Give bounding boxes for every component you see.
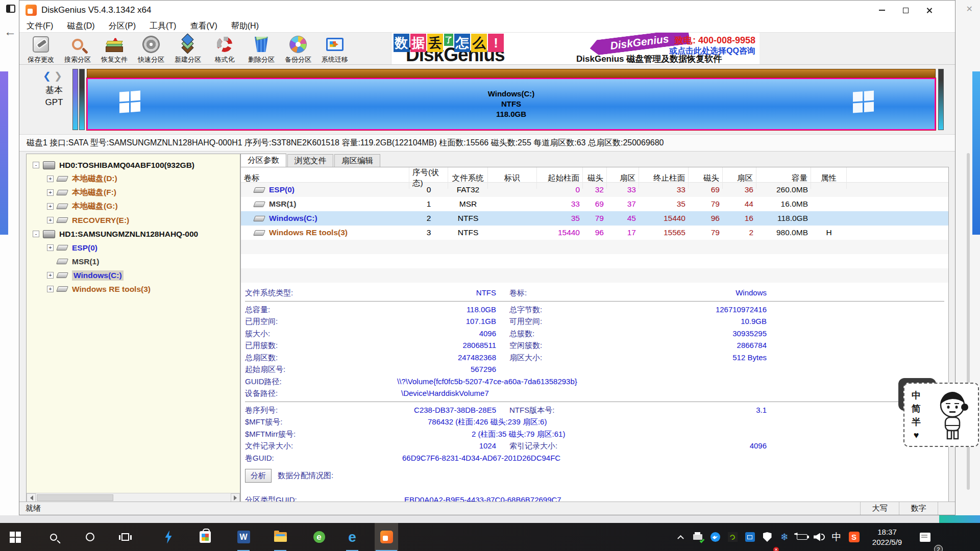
menu-help[interactable]: 帮助(H)	[231, 21, 259, 32]
action-center-button[interactable]: 2	[912, 523, 938, 551]
expand-icon[interactable]: +	[47, 217, 54, 223]
taskbar-app-edge[interactable]: e	[340, 523, 364, 551]
format-ring-icon	[217, 37, 232, 52]
tray-volume[interactable]	[811, 523, 828, 551]
heart-icon: ♥	[914, 429, 919, 442]
menu-tools[interactable]: 工具(T)	[150, 21, 176, 32]
search-icon	[50, 534, 57, 541]
close-button[interactable]	[917, 1, 941, 20]
tray-chevron-up[interactable]	[672, 523, 689, 551]
new-partition-button[interactable]: 新建分区	[169, 33, 206, 64]
taskbar-search[interactable]	[42, 523, 65, 551]
ie-icon: e	[313, 531, 325, 543]
partition-icon	[253, 202, 265, 207]
printer-icon	[693, 534, 702, 540]
tray-messenger[interactable]	[706, 523, 724, 551]
prev-disk-arrow[interactable]: ❮	[43, 70, 54, 81]
table-row-msr[interactable]: MSR(1) 1 MSR 33 69 37 35 79 44 16.0MB	[241, 197, 948, 211]
tree-horizontal-scrollbar[interactable]	[27, 493, 240, 502]
status-caps: 大写	[860, 502, 899, 515]
format-button[interactable]: 格式化	[206, 33, 243, 64]
search-partition-button[interactable]: 搜索分区	[59, 33, 96, 64]
app-icon	[26, 5, 37, 16]
collapse-icon[interactable]: -	[33, 231, 39, 237]
next-disk-arrow[interactable]: ❯	[54, 70, 65, 81]
edge-icon: e	[348, 531, 356, 544]
tree-item-local-d[interactable]: + 本地磁盘(D:)	[27, 172, 240, 186]
tree-item-local-g[interactable]: + 本地磁盘(G:)	[27, 199, 240, 213]
shield-icon	[763, 532, 772, 542]
backup-partition-button[interactable]: 备份分区	[280, 33, 316, 64]
system-migration-button[interactable]: 系统迁移	[316, 33, 353, 64]
taskbar-app-flash[interactable]	[157, 523, 180, 551]
tray-defender[interactable]: ✕	[758, 523, 776, 551]
tree-item-recovery-e[interactable]: + RECOVERY(E:)	[27, 213, 240, 227]
taskbar-app-store[interactable]	[193, 523, 217, 551]
panel-tabs: 分区参数 浏览文件 扇区编辑	[240, 154, 949, 167]
save-changes-button[interactable]: 保存更改	[22, 33, 59, 64]
partition-bar-msr[interactable]	[79, 69, 85, 130]
tab-sector-edit[interactable]: 扇区编辑	[334, 154, 380, 167]
maximize-button[interactable]	[894, 1, 917, 20]
collapse-icon[interactable]: -	[33, 162, 39, 168]
task-view-button[interactable]	[113, 523, 137, 551]
expand-icon[interactable]: +	[47, 286, 54, 292]
expand-icon[interactable]: +	[47, 203, 54, 210]
tray-nvidia[interactable]	[724, 523, 741, 551]
analyze-button[interactable]: 分析	[245, 469, 272, 483]
menu-file[interactable]: 文件(F)	[27, 21, 53, 32]
table-empty-row	[241, 254, 948, 268]
menu-partition[interactable]: 分区(P)	[109, 21, 136, 32]
minimize-button[interactable]	[870, 1, 894, 20]
partition-bar-esp[interactable]	[72, 69, 78, 130]
table-row-windows-c[interactable]: Windows(C:) 2 NTFS 35 79 45 15440 96 16 …	[241, 211, 948, 226]
table-row-windows-re[interactable]: Windows RE tools(3) 3 NTFS 15440 96 17 1…	[241, 226, 948, 240]
pie-wheel-icon	[289, 36, 307, 53]
partition-bar-windows-body[interactable]: Windows(C:) NTFS 118.0GB	[87, 78, 936, 130]
scroll-right-arrow[interactable]	[231, 493, 240, 502]
table-header: 卷标 序号(状态) 文件系统 标识 起始柱面 磁头 扇区 终止柱面 磁头 扇区 …	[241, 167, 948, 183]
allocation-map-caption: 数据分配情况图:	[278, 471, 333, 481]
tray-sogou[interactable]: S	[845, 523, 863, 551]
tray-intel[interactable]	[741, 523, 758, 551]
scrollbar-thumb[interactable]	[37, 494, 113, 501]
tree-item-windows-re[interactable]: + Windows RE tools(3)	[27, 282, 240, 296]
taskbar-clock[interactable]: 18:37 2022/5/9	[863, 523, 912, 551]
quick-partition-button[interactable]: 快速分区	[133, 33, 169, 64]
lightning-icon	[164, 531, 173, 544]
scroll-left-arrow[interactable]	[27, 493, 36, 502]
tree-item-hd0[interactable]: - HD0:TOSHIBAMQ04ABF100(932GB)	[27, 158, 240, 172]
tree-item-local-f[interactable]: + 本地磁盘(F:)	[27, 186, 240, 199]
window-controls	[870, 1, 941, 20]
partition-name: Windows(C:)	[488, 89, 535, 99]
disk-visual-area: ❮❯ 基本 GPT Windows(C:) NTFS 118.0GB	[19, 65, 955, 134]
expand-icon[interactable]: +	[47, 272, 54, 279]
taskbar-app-diskgenius[interactable]	[375, 523, 398, 551]
expand-icon[interactable]: +	[47, 176, 54, 182]
tree-item-hd1[interactable]: - HD1:SAMSUNGMZNLN128HAHQ-000	[27, 227, 240, 241]
tab-partition-params[interactable]: 分区参数	[240, 154, 286, 167]
ad-banner[interactable]: DiskGenius 数 据 丢 了 怎 么 ! DiskGenius 致电: …	[391, 33, 760, 64]
partition-bar-re-tools[interactable]	[938, 69, 944, 130]
cortana-button[interactable]	[78, 523, 102, 551]
taskbar-app-word[interactable]: W	[232, 523, 255, 551]
partition-bar-windows[interactable]: Windows(C:) NTFS 118.0GB	[87, 69, 936, 130]
delete-partition-button[interactable]: 删除分区	[243, 33, 280, 64]
taskbar-app-ie[interactable]: e	[307, 523, 331, 551]
start-button[interactable]	[4, 523, 27, 551]
tray-battery[interactable]	[793, 523, 811, 551]
tray-printer[interactable]	[689, 523, 706, 551]
tab-browse-files[interactable]: 浏览文件	[287, 154, 333, 167]
tree-item-msr[interactable]: MSR(1)	[27, 255, 240, 268]
tree-item-windows-c[interactable]: + Windows(C:)	[27, 268, 240, 282]
tray-ime[interactable]: 中	[828, 523, 845, 551]
menu-disk[interactable]: 磁盘(D)	[67, 21, 94, 32]
table-row-esp[interactable]: ESP(0) 0 FAT32 0 32 33 33 69 36 260.0MB	[241, 183, 948, 197]
tray-snowflake[interactable]: ❄	[776, 523, 793, 551]
taskbar-app-explorer[interactable]	[268, 523, 292, 551]
recover-files-button[interactable]: 恢复文件	[96, 33, 133, 64]
expand-icon[interactable]: +	[47, 244, 54, 251]
menu-view[interactable]: 查看(V)	[190, 21, 217, 32]
expand-icon[interactable]: +	[47, 189, 54, 196]
tree-item-esp[interactable]: + ESP(0)	[27, 241, 240, 255]
